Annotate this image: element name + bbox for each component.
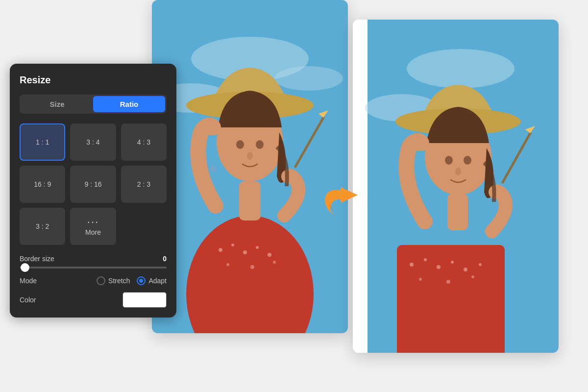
tab-size[interactable]: Size: [21, 96, 93, 112]
result-photo: [353, 20, 559, 353]
border-size-row: Border size 0: [20, 255, 167, 263]
svg-point-20: [247, 152, 253, 160]
border-slider[interactable]: [20, 267, 167, 269]
mode-radio-group: Stretch Adapt: [97, 276, 167, 285]
svg-rect-28: [397, 245, 505, 353]
mode-label: Mode: [20, 277, 37, 285]
border-size-label: Border size: [20, 255, 54, 263]
svg-point-6: [219, 248, 222, 252]
ratio-3-2[interactable]: 3 : 2: [20, 208, 65, 245]
svg-point-26: [407, 49, 514, 88]
color-label: Color: [20, 296, 36, 304]
svg-point-37: [471, 275, 474, 278]
svg-point-45: [407, 133, 429, 151]
ratio-2-3[interactable]: 2 : 3: [121, 166, 167, 203]
svg-point-29: [410, 263, 414, 267]
svg-point-35: [419, 278, 422, 281]
ratio-1-1[interactable]: 1 : 1: [20, 123, 65, 161]
svg-point-8: [243, 250, 247, 254]
svg-point-44: [455, 168, 461, 175]
slider-thumb: [21, 263, 29, 272]
svg-point-43: [464, 156, 471, 165]
adapt-radio-circle: [137, 276, 146, 285]
stretch-radio-circle: [97, 276, 105, 285]
svg-rect-14: [239, 181, 261, 220]
color-swatch[interactable]: [122, 292, 167, 308]
tab-ratio[interactable]: Ratio: [93, 96, 165, 112]
svg-point-33: [464, 268, 467, 271]
svg-point-30: [424, 258, 427, 261]
ratio-3-4[interactable]: 3 : 4: [70, 123, 116, 161]
svg-point-32: [451, 261, 454, 264]
ratio-16-9[interactable]: 16 : 9: [20, 166, 65, 203]
svg-point-12: [250, 265, 254, 269]
svg-point-42: [445, 156, 453, 165]
resize-panel: Resize Size Ratio 1 : 1 3 : 4 4 : 3 16 :…: [10, 64, 176, 318]
mode-adapt[interactable]: Adapt: [137, 276, 167, 285]
tab-switcher: Size Ratio: [20, 95, 167, 114]
mode-row: Mode Stretch Adapt: [20, 276, 167, 285]
svg-point-21: [199, 118, 220, 135]
svg-point-7: [231, 244, 234, 246]
border-slider-wrap: [20, 267, 167, 269]
svg-point-13: [273, 261, 276, 264]
svg-point-18: [236, 140, 244, 149]
adapt-label: Adapt: [148, 277, 167, 285]
svg-point-19: [256, 140, 264, 149]
svg-point-9: [256, 246, 259, 249]
svg-point-31: [437, 265, 441, 269]
color-row: Color: [20, 292, 167, 308]
svg-point-10: [268, 253, 271, 257]
svg-point-34: [479, 263, 482, 266]
svg-point-3: [274, 66, 343, 91]
panel-title: Resize: [20, 74, 167, 86]
mode-stretch[interactable]: Stretch: [97, 276, 130, 285]
ratio-9-16[interactable]: 9 : 16: [70, 166, 116, 203]
svg-point-36: [446, 280, 450, 284]
ratio-more[interactable]: ··· More: [70, 208, 116, 245]
ratio-grid: 1 : 1 3 : 4 4 : 3 16 : 9 9 : 16 2 : 3 3 …: [20, 123, 167, 245]
original-photo: [152, 0, 348, 333]
more-dots-icon: ···: [87, 217, 99, 227]
border-size-value: 0: [163, 255, 167, 263]
ratio-4-3[interactable]: 4 : 3: [121, 123, 167, 161]
svg-point-11: [226, 263, 229, 266]
stretch-label: Stretch: [108, 277, 130, 285]
transform-arrow: [323, 186, 363, 222]
svg-rect-38: [447, 194, 468, 230]
